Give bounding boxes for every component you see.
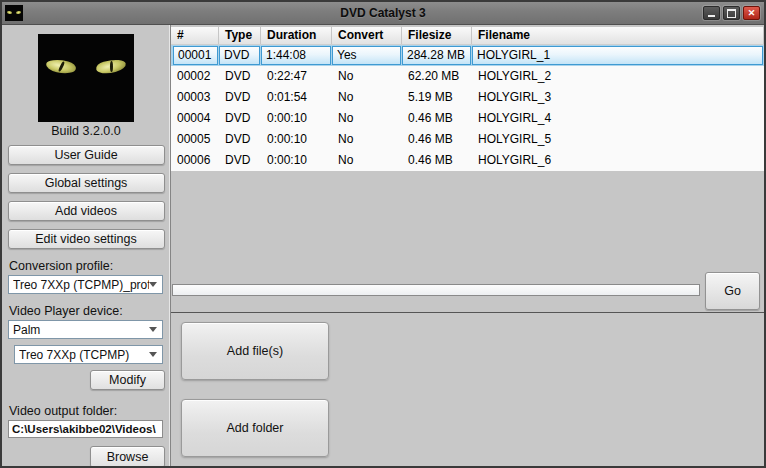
table-row[interactable]: 00004 DVD 0:00:10 No 0.46 MB HOLYGIRL_4 [171, 108, 764, 129]
cell-convert: No [332, 129, 402, 150]
table-row[interactable]: 00006 DVD 0:00:10 No 0.46 MB HOLYGIRL_6 [171, 150, 764, 171]
cell-number: 00002 [171, 66, 219, 87]
column-header-number[interactable]: # [171, 27, 219, 44]
cell-filesize: 0.46 MB [402, 150, 472, 171]
cell-type: DVD [219, 108, 261, 129]
device-select[interactable]: Palm [8, 320, 163, 339]
device-value: Palm [13, 323, 149, 337]
file-list-panel: # Type Duration Convert Filesize Filenam… [171, 25, 764, 313]
cell-duration: 0:22:47 [261, 66, 332, 87]
file-table: # Type Duration Convert Filesize Filenam… [171, 27, 764, 171]
chevron-down-icon [149, 352, 157, 357]
cell-duration: 0:00:10 [261, 150, 332, 171]
cell-duration: 0:00:10 [261, 129, 332, 150]
cell-filename: HOLYGIRL_5 [472, 129, 764, 150]
window-title: DVD Catalyst 3 [2, 6, 764, 20]
minimize-button[interactable] [703, 6, 720, 20]
build-version-label: Build 3.2.0.0 [2, 124, 170, 139]
column-header-type[interactable]: Type [219, 27, 261, 44]
modify-button[interactable]: Modify [90, 370, 165, 390]
cell-filename: HOLYGIRL_6 [472, 150, 764, 171]
add-media-panel: Add file(s) Add folder [171, 313, 764, 467]
conversion-progress-bar [172, 284, 700, 296]
cell-filename: HOLYGIRL_2 [472, 66, 764, 87]
output-folder-input[interactable] [8, 420, 163, 438]
cell-type: DVD [219, 87, 261, 108]
close-button[interactable]: ✕ [743, 6, 760, 20]
add-files-button[interactable]: Add file(s) [181, 322, 329, 380]
cat-eyes-image [38, 34, 134, 122]
cell-number: 00003 [171, 87, 219, 108]
table-row[interactable]: 00003 DVD 0:01:54 No 5.19 MB HOLYGIRL_3 [171, 87, 764, 108]
cell-type: DVD [219, 129, 261, 150]
column-header-duration[interactable]: Duration [261, 27, 332, 44]
cell-number: 00005 [171, 129, 219, 150]
cell-convert: No [332, 87, 402, 108]
window-body: Build 3.2.0.0 User Guide Global settings… [2, 25, 764, 467]
sidebar: Build 3.2.0.0 User Guide Global settings… [2, 25, 171, 467]
cell-convert: Yes [332, 46, 401, 65]
global-settings-button[interactable]: Global settings [8, 173, 165, 193]
close-icon: ✕ [748, 9, 756, 18]
browse-button[interactable]: Browse [90, 446, 165, 468]
cell-convert: No [332, 108, 402, 129]
add-folder-button[interactable]: Add folder [181, 399, 329, 457]
table-header-row: # Type Duration Convert Filesize Filenam… [171, 27, 764, 45]
conversion-profile-select[interactable]: Treo 7XXp (TCPMP)_profil [8, 275, 163, 294]
column-header-filesize[interactable]: Filesize [402, 27, 472, 44]
device-model-select[interactable]: Treo 7XXp (TCPMP) [14, 345, 163, 364]
table-row[interactable]: 00005 DVD 0:00:10 No 0.46 MB HOLYGIRL_5 [171, 129, 764, 150]
table-row[interactable]: 00002 DVD 0:22:47 No 62.20 MB HOLYGIRL_2 [171, 66, 764, 87]
cell-type: DVD [219, 66, 261, 87]
conversion-profile-value: Treo 7XXp (TCPMP)_profil [13, 278, 149, 292]
main-area: # Type Duration Convert Filesize Filenam… [171, 25, 764, 467]
column-header-convert[interactable]: Convert [332, 27, 402, 44]
video-player-device-label: Video Player device: [9, 304, 170, 318]
maximize-button[interactable] [723, 6, 740, 20]
user-guide-button[interactable]: User Guide [8, 145, 165, 165]
cell-filename: HOLYGIRL_4 [472, 108, 764, 129]
cell-filesize: 0.46 MB [402, 108, 472, 129]
cell-duration: 1:44:08 [261, 46, 331, 65]
chevron-down-icon [149, 327, 157, 332]
cell-number: 00001 [173, 46, 218, 65]
title-bar[interactable]: DVD Catalyst 3 ✕ [2, 2, 764, 25]
cell-convert: No [332, 66, 402, 87]
edit-video-settings-button[interactable]: Edit video settings [8, 229, 165, 249]
cell-filesize: 0.46 MB [402, 129, 472, 150]
app-window: DVD Catalyst 3 ✕ Build 3.2.0.0 User Guid… [0, 0, 766, 468]
cat-eye-icon [7, 11, 12, 15]
cell-filesize: 62.20 MB [402, 66, 472, 87]
cell-convert: No [332, 150, 402, 171]
maximize-icon [727, 9, 736, 18]
chevron-down-icon [149, 282, 157, 287]
cat-eye-icon [16, 11, 21, 15]
conversion-profile-label: Conversion profile: [9, 259, 170, 273]
cat-eye-right [95, 57, 127, 77]
cell-number: 00004 [171, 108, 219, 129]
cell-filename: HOLYGIRL_3 [472, 87, 764, 108]
cell-duration: 0:01:54 [261, 87, 332, 108]
cell-filesize: 5.19 MB [402, 87, 472, 108]
add-videos-button[interactable]: Add videos [8, 201, 165, 221]
cat-eye-left [45, 57, 77, 76]
minimize-icon [708, 15, 715, 17]
table-row[interactable]: 00001 DVD 1:44:08 Yes 284.28 MB HOLYGIRL… [171, 45, 764, 66]
cell-filename: HOLYGIRL_1 [472, 46, 763, 65]
video-output-folder-label: Video output folder: [9, 404, 170, 418]
cell-type: DVD [219, 46, 260, 65]
cell-duration: 0:00:10 [261, 108, 332, 129]
device-model-value: Treo 7XXp (TCPMP) [19, 348, 149, 362]
go-button[interactable]: Go [705, 272, 760, 310]
cell-number: 00006 [171, 150, 219, 171]
window-controls: ✕ [703, 6, 764, 20]
cell-type: DVD [219, 150, 261, 171]
app-icon [5, 5, 23, 21]
cell-filesize: 284.28 MB [402, 46, 471, 65]
column-header-filename[interactable]: Filename [472, 27, 764, 44]
